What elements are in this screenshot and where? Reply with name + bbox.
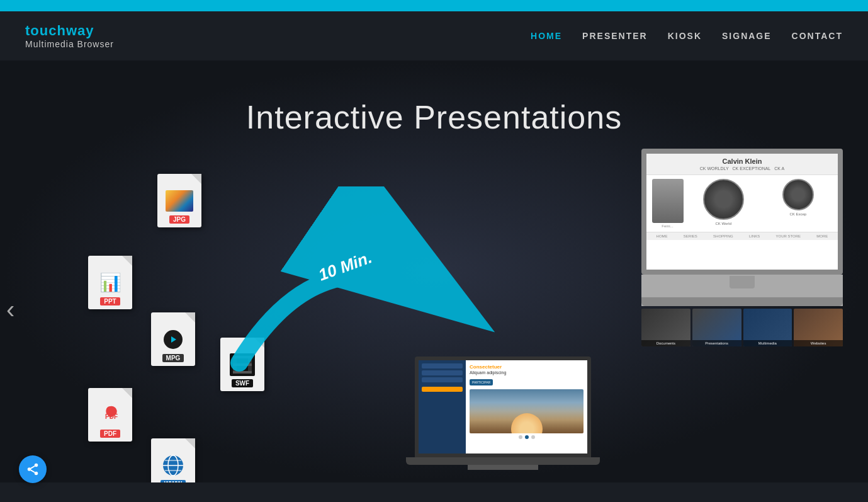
laptop-mockup: Consectetuer Aliquam adipiscing PARTICIP… bbox=[415, 357, 591, 470]
mpg-paper: MPG bbox=[151, 312, 195, 366]
laptop-image bbox=[470, 389, 583, 433]
thumb-presentations: Presentations bbox=[692, 309, 741, 346]
monitor-top-bar: Calvin Klein CK WORLDLY CK EXCEPTIONAL C… bbox=[646, 154, 838, 175]
model-area: Femi... bbox=[650, 179, 685, 228]
monitor-neck bbox=[730, 276, 755, 288]
file-icon-pdf: PDF PDF bbox=[88, 388, 132, 442]
monitor-bottom-6: MORE bbox=[816, 234, 828, 238]
monitor-mockup: Calvin Klein CK WORLDLY CK EXCEPTIONAL C… bbox=[641, 149, 843, 346]
monitor-nav-3: CK A bbox=[774, 166, 784, 171]
ppt-paper: 📊 PPT bbox=[88, 256, 132, 309]
prev-arrow[interactable]: ‹ bbox=[6, 297, 14, 322]
laptop-dots bbox=[470, 435, 583, 439]
www-label: WWW bbox=[161, 480, 186, 482]
logo-touch: touch bbox=[25, 23, 66, 38]
watch-small bbox=[782, 179, 814, 210]
laptop-image-overlay bbox=[470, 411, 583, 433]
svg-point-18 bbox=[35, 472, 38, 476]
thumb-label-1: Documents bbox=[641, 340, 690, 346]
watch-1-label: CK World bbox=[715, 222, 731, 225]
thumb-documents: Documents bbox=[641, 309, 690, 346]
sidebar-highlight bbox=[422, 387, 463, 392]
mpg-label: MPG bbox=[162, 354, 184, 362]
monitor-screen: Calvin Klein CK WORLDLY CK EXCEPTIONAL C… bbox=[641, 149, 843, 275]
swf-label: SWF bbox=[232, 379, 253, 387]
nav-kiosk[interactable]: KIOSK bbox=[668, 31, 702, 41]
logo-brand: touchway bbox=[25, 23, 114, 39]
nav-home[interactable]: HOME bbox=[531, 31, 562, 41]
svg-line-20 bbox=[31, 466, 35, 469]
monitor-nav-1: CK WORLDLY bbox=[700, 166, 729, 171]
logo-sub: Multimedia Browser bbox=[25, 39, 114, 49]
laptop-stand bbox=[468, 465, 538, 470]
svg-rect-4 bbox=[233, 363, 252, 366]
jpg-label: JPG bbox=[169, 215, 189, 224]
svg-point-17 bbox=[28, 467, 31, 471]
sidebar-item-3 bbox=[422, 377, 463, 382]
person-face bbox=[511, 413, 543, 434]
file-icon-mpg: MPG bbox=[151, 312, 195, 366]
monitor-nav-2: CK EXCEPTIONAL bbox=[733, 166, 771, 171]
file-icon-jpg: JPG bbox=[157, 174, 201, 227]
laptop-screen-content: Consectetuer Aliquam adipiscing PARTICIP… bbox=[419, 360, 587, 454]
laptop-button: PARTICIPAR bbox=[470, 379, 493, 385]
laptop-orange-text: Consectetuer bbox=[470, 364, 583, 370]
nav-contact[interactable]: CONTACT bbox=[792, 31, 843, 41]
content-area: ‹ 📊 PPT JPG bbox=[0, 136, 868, 482]
thumb-label-4: Websites bbox=[794, 340, 843, 346]
laptop-screen: Consectetuer Aliquam adipiscing PARTICIP… bbox=[415, 357, 591, 457]
laptop-dark-text: Aliquam adipiscing bbox=[470, 370, 583, 375]
monitor-nav: CK WORLDLY CK EXCEPTIONAL CK A bbox=[653, 166, 831, 171]
svg-rect-5 bbox=[233, 371, 252, 374]
thumb-websites: Websites bbox=[794, 309, 843, 346]
monitor-body bbox=[641, 275, 843, 306]
thumb-label-2: Presentations bbox=[692, 340, 741, 346]
sidebar-item-2 bbox=[422, 370, 463, 375]
svg-rect-7 bbox=[237, 366, 248, 371]
monitor-bottom-4: LINKS bbox=[749, 234, 760, 238]
monitor-bottom-2: SERIES bbox=[684, 234, 697, 238]
product-watch-2: CK Excep bbox=[762, 179, 835, 228]
dot-3 bbox=[531, 435, 535, 439]
svg-rect-6 bbox=[237, 358, 248, 363]
pdf-label: PDF bbox=[100, 430, 120, 438]
dot-1 bbox=[519, 435, 522, 439]
monitor-bottom-nav: HOME SERIES SHOPPING LINKS YOUR STORE MO… bbox=[646, 232, 838, 240]
file-icon-swf: SWF bbox=[220, 338, 264, 391]
laptop-sidebar bbox=[419, 360, 466, 454]
monitor-products: Femi... CK World CK Excep bbox=[646, 175, 838, 232]
swf-graphic bbox=[230, 353, 255, 376]
file-icon-www: WWW bbox=[151, 438, 195, 482]
ppt-graphic: 📊 bbox=[99, 272, 121, 293]
pdf-graphic: PDF bbox=[99, 404, 121, 426]
monitor-bottom-1: HOME bbox=[657, 234, 668, 238]
svg-line-19 bbox=[31, 470, 35, 472]
nav-signage[interactable]: SIGNAGE bbox=[722, 31, 772, 41]
monitor-foot bbox=[641, 297, 843, 306]
thumb-label-3: Multimedia bbox=[743, 340, 792, 346]
jpg-paper: JPG bbox=[157, 174, 201, 227]
hero-section: Interactive Presentations ‹ 📊 PPT JPG bbox=[0, 60, 868, 482]
svg-text:PDF: PDF bbox=[105, 413, 118, 420]
hero-title: Interactive Presentations bbox=[246, 98, 622, 136]
monitor-bottom-5: YOUR STORE bbox=[776, 234, 801, 238]
logo-area: touchway Multimedia Browser bbox=[25, 23, 114, 49]
share-button[interactable] bbox=[19, 455, 47, 482]
header: touchway Multimedia Browser HOME PRESENT… bbox=[0, 11, 868, 60]
svg-text:10 Min.: 10 Min. bbox=[316, 248, 375, 284]
thumb-multimedia: Multimedia bbox=[743, 309, 792, 346]
top-bar bbox=[0, 0, 868, 11]
swf-paper: SWF bbox=[220, 338, 264, 391]
sidebar-item-1 bbox=[422, 363, 463, 368]
jpg-graphic bbox=[166, 190, 193, 212]
laptop-main: Consectetuer Aliquam adipiscing PARTICIP… bbox=[466, 360, 587, 454]
nav-presenter[interactable]: PRESENTER bbox=[582, 31, 648, 41]
monitor-bottom-3: SHOPPING bbox=[713, 234, 733, 238]
svg-rect-3 bbox=[233, 356, 252, 358]
svg-point-16 bbox=[35, 464, 38, 467]
pdf-paper: PDF PDF bbox=[88, 388, 132, 442]
main-nav: HOME PRESENTER KIOSK SIGNAGE CONTACT bbox=[531, 31, 843, 41]
product-watch-1: CK World bbox=[687, 179, 760, 228]
tablet-gallery: Documents Presentations Multimedia Websi… bbox=[641, 309, 843, 346]
model-image bbox=[652, 179, 684, 223]
